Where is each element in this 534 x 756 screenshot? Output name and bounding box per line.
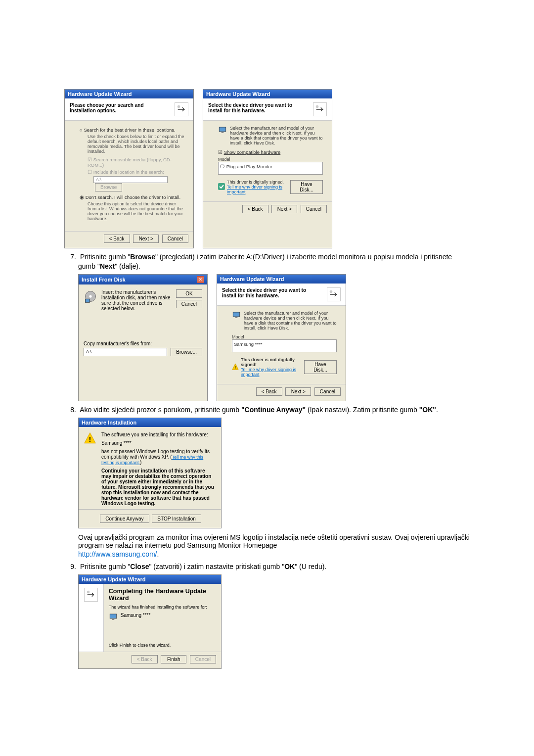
radio-sub-text-2: Choose this option to select the device … xyxy=(88,201,184,221)
have-disk-button[interactable]: Have Disk... xyxy=(304,360,337,374)
dialog-title-bar: Install From Disk × xyxy=(79,275,207,284)
stop-installation-button[interactable]: STOP Installation xyxy=(152,515,201,523)
browse-button[interactable]: Browse... xyxy=(171,348,202,356)
model-listbox[interactable]: Samsung **** xyxy=(232,339,337,352)
step-9-text: 9. Pritisnite gumb "Close" (zatvoriti) i… xyxy=(78,562,470,571)
continue-anyway-button[interactable]: Continue Anyway xyxy=(100,515,149,523)
dialog-title-text: Hardware Update Wizard xyxy=(82,576,146,582)
dialog-title-bar: Hardware Update Wizard xyxy=(217,275,346,284)
model-label: Model xyxy=(232,334,337,339)
sig-link[interactable]: Tell me why driver signing is important xyxy=(227,185,282,194)
svg-rect-2 xyxy=(219,127,226,132)
not-signed-text: This driver is not digitally signed! xyxy=(241,357,302,367)
step-7-text: 7. Pritisnite gumb "Browse" (pregledati)… xyxy=(78,252,470,271)
monitor-icon xyxy=(109,613,118,623)
path-input: A:\ xyxy=(93,176,168,183)
samsung-link[interactable]: http://www.samsung.com/ xyxy=(78,550,157,558)
ok-button[interactable]: OK xyxy=(176,289,202,298)
next-button[interactable]: Next > xyxy=(285,387,311,396)
browse-button: Browse xyxy=(95,183,122,191)
path-combo[interactable] xyxy=(84,348,167,356)
svg-rect-16 xyxy=(110,614,117,618)
finish-button[interactable]: Finish xyxy=(161,655,186,663)
model-listbox[interactable]: 🖵 Plug and Play Monitor xyxy=(218,162,323,175)
dialog-title-bar: Hardware Update Wizard xyxy=(203,90,332,98)
cancel-button: Cancel xyxy=(190,655,216,663)
svg-rect-4 xyxy=(218,183,225,190)
wizard-footer: < Back Next > Cancel xyxy=(65,231,193,248)
radio-sub-text: Use the check boxes below to limit or ex… xyxy=(88,134,184,154)
wizard-completing: Hardware Update Wizard Completing the Ha… xyxy=(78,574,222,669)
wizard-header-text: Select the device driver you want to ins… xyxy=(208,102,307,113)
wizard-footer: < Back Finish Cancel xyxy=(79,652,221,668)
dialog-title-text: Install From Disk xyxy=(82,277,126,283)
dialog-title-text: Hardware Update Wizard xyxy=(220,276,284,282)
warning-icon: ! xyxy=(84,432,96,445)
dialog-title-bar: Hardware Installation xyxy=(79,418,221,427)
svg-rect-3 xyxy=(222,132,224,133)
click-finish-text: Click Finish to close the wizard. xyxy=(109,643,216,648)
hardware-installation-dialog: Hardware Installation ! The software you… xyxy=(78,418,222,528)
dialog-title-text: Hardware Update Wizard xyxy=(206,91,270,97)
back-button: < Back xyxy=(132,655,158,663)
warn-paragraph: Continuing your installation of this sof… xyxy=(101,468,216,506)
svg-rect-7 xyxy=(86,299,90,302)
svg-text:!: ! xyxy=(89,435,91,443)
cancel-button[interactable]: Cancel xyxy=(162,235,188,243)
signed-text: This driver is digitally signed. xyxy=(227,180,288,185)
wizard-icon xyxy=(175,102,188,116)
info-paragraph: Ovaj upravljački program za monitor ima … xyxy=(78,533,470,549)
svg-text:!: ! xyxy=(235,365,236,370)
warn-device-name: Samsung **** xyxy=(101,440,216,446)
wizard-body: Select the manufacturer and model of you… xyxy=(217,306,346,384)
svg-point-15 xyxy=(87,590,90,593)
cancel-button[interactable]: Cancel xyxy=(176,300,202,308)
wizard-icon xyxy=(327,287,341,301)
wizard-sidebar xyxy=(79,584,104,652)
warn-line3: has not passed Windows Logo testing to v… xyxy=(101,449,216,465)
close-icon[interactable]: × xyxy=(197,276,204,283)
wizard-instruction: Select the manufacturer and model of you… xyxy=(230,126,323,145)
next-button[interactable]: Next > xyxy=(271,205,297,213)
back-button[interactable]: < Back xyxy=(104,235,130,243)
wizard-header: Please choose your search and installati… xyxy=(65,98,193,121)
wizard-select-driver-1: Hardware Update Wizard Select the device… xyxy=(203,89,332,248)
model-label: Model xyxy=(218,157,323,162)
copy-from-label: Copy manufacturer's files from: xyxy=(84,341,202,346)
sig-link[interactable]: Tell me why driver signing is important xyxy=(241,367,296,377)
dialog-body: ! The software you are installing for th… xyxy=(79,427,221,528)
url-line: http://www.samsung.com/. xyxy=(78,550,470,558)
warn-line1: The software you are installing for this… xyxy=(101,432,216,437)
wizard-footer: < Back Next > Cancel xyxy=(203,201,332,218)
warning-icon: ! xyxy=(232,363,239,371)
cancel-button[interactable]: Cancel xyxy=(314,387,341,396)
wizard-header-text: Select the device driver you want to ins… xyxy=(222,287,321,298)
svg-point-1 xyxy=(316,105,319,108)
have-disk-button[interactable]: Have Disk... xyxy=(290,180,323,194)
signed-icon xyxy=(218,183,225,191)
radio-search-best[interactable]: ○ Search for the best driver in these lo… xyxy=(80,127,184,133)
checkbox-show-compatible[interactable]: ☑ Show compatible hardware xyxy=(218,149,323,155)
completing-sub: The wizard has finished installing the s… xyxy=(109,605,216,610)
wizard-icon xyxy=(84,588,98,602)
wizard-header-text: Please choose your search and installati… xyxy=(70,102,169,113)
next-button[interactable]: Next > xyxy=(133,235,159,243)
back-button[interactable]: < Back xyxy=(256,387,282,396)
divider xyxy=(79,509,221,510)
dialog-body: Insert the manufacturer's installation d… xyxy=(79,284,207,361)
svg-point-8 xyxy=(330,290,333,293)
step-8-text: 8. Ako vidite sljedeći prozor s porukom,… xyxy=(78,405,470,415)
monitor-small-icon: 🖵 xyxy=(220,164,225,169)
wizard-body: Select the manufacturer and model of you… xyxy=(203,121,332,201)
wizard-instruction: Select the manufacturer and model of you… xyxy=(244,311,337,331)
dialog-title-text: Hardware Installation xyxy=(82,420,136,425)
wizard-header: Select the device driver you want to ins… xyxy=(217,284,346,306)
disk-icon xyxy=(84,289,97,303)
svg-rect-17 xyxy=(112,618,115,619)
back-button[interactable]: < Back xyxy=(242,205,268,213)
svg-rect-10 xyxy=(235,317,238,318)
monitor-icon xyxy=(232,311,241,331)
radio-dont-search[interactable]: ◉ Don't search. I will choose the driver… xyxy=(80,194,184,200)
cancel-button[interactable]: Cancel xyxy=(301,205,327,213)
dialog-title-bar: Hardware Update Wizard xyxy=(79,575,221,584)
